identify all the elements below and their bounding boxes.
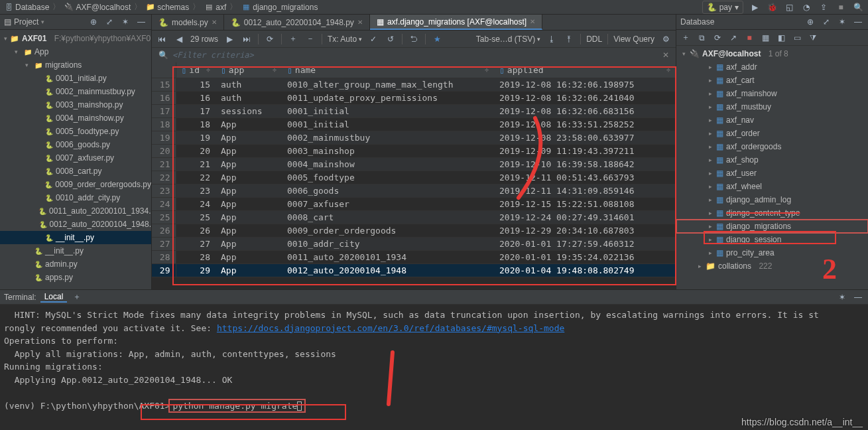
remove-row-button[interactable]: － (304, 33, 316, 45)
table-row[interactable]: 1616auth0011_update_proxy_permissions201… (152, 92, 676, 105)
column-header[interactable]: applied (507, 65, 544, 75)
tree-item[interactable]: 🐍__init__.py (0, 244, 151, 257)
database-tree[interactable]: ▾🔌AXF@localhost 1 of 8 ▸▦axf_addr▸▦axf_c… (676, 46, 868, 289)
commit-button[interactable]: ✓ (367, 33, 379, 45)
cell-applied[interactable]: 2019-12-11 00:51:43.663793 (494, 171, 676, 184)
cell-name[interactable]: 0011_auto_20200101_1934 (282, 251, 494, 264)
cell-name[interactable]: 0001_initial (282, 105, 494, 118)
cell-id[interactable]: 23 (176, 184, 216, 198)
ddl-button[interactable]: DDL (586, 35, 602, 44)
db-table-item[interactable]: ▸▦axf_addr (676, 60, 868, 74)
rollback-button[interactable]: ↺ (385, 33, 397, 45)
cell-applied[interactable]: 2019-12-08 16:32:06.198975 (494, 78, 676, 92)
db-connection[interactable]: ▾🔌AXF@localhost 1 of 8 (676, 47, 868, 60)
terminal-hide-button[interactable]: — (852, 291, 864, 303)
cell-applied[interactable]: 2019-12-08 23:58:00.633977 (494, 131, 676, 145)
cell-applied[interactable]: 2020-01-01 17:27:59.460312 (494, 238, 676, 251)
cell-app[interactable]: App (216, 118, 282, 131)
tree-item[interactable]: 🐍0010_addr_city.py (0, 191, 151, 204)
cell-applied[interactable]: 2019-12-08 16:33:51.258252 (494, 118, 676, 131)
add-row-button[interactable]: ＋ (287, 33, 299, 45)
coverage-button[interactable]: ◱ (783, 1, 795, 13)
cell-applied[interactable]: 2020-01-04 19:48:08.802749 (494, 264, 676, 277)
cell-applied[interactable]: 2019-12-11 14:31:09.859146 (494, 184, 676, 198)
cell-app[interactable]: App (216, 145, 282, 158)
cell-name[interactable]: 0012_auto_20200104_1948 (282, 264, 494, 277)
settings-button[interactable]: ✶ (836, 16, 848, 28)
cell-id[interactable]: 16 (176, 92, 216, 105)
cell-name[interactable]: 0004_mainshow (282, 158, 494, 171)
cell-id[interactable]: 25 (176, 211, 216, 224)
db-table-item[interactable]: ▸▦pro_city_area (676, 246, 868, 259)
sort-icon[interactable]: ÷ (485, 66, 489, 74)
cell-id[interactable]: 29 (176, 264, 216, 277)
crumb-table[interactable]: ▦django_migrations (241, 3, 318, 12)
cell-app[interactable]: App (216, 171, 282, 184)
cell-id[interactable]: 27 (176, 238, 216, 251)
collapse-button[interactable]: ✶ (119, 16, 131, 28)
cell-name[interactable]: 0003_mainshop (282, 145, 494, 158)
locate-button[interactable]: ⊕ (804, 16, 816, 28)
db-collations[interactable]: ▸📁collations 222 (676, 259, 868, 273)
table-row[interactable]: 2424App0007_axfuser2019-12-15 15:22:51.0… (152, 198, 676, 211)
db-table-item[interactable]: ▸▦axf_ordergoods (676, 140, 868, 153)
expand-button[interactable]: ⤢ (103, 16, 115, 28)
db-table-item[interactable]: ▸▦axf_wheel (676, 180, 868, 193)
db-table-item[interactable]: ▸▦axf_order (676, 127, 868, 140)
tree-item[interactable]: 🐍0008_cart.py (0, 165, 151, 178)
cell-app[interactable]: App (216, 251, 282, 264)
cell-app[interactable]: App (216, 131, 282, 145)
table-row[interactable]: 1717sessions0001_initial2019-12-08 16:32… (152, 105, 676, 118)
cell-name[interactable]: 0006_goods (282, 184, 494, 198)
cell-app[interactable]: App (216, 198, 282, 211)
cell-applied[interactable]: 2019-12-08 16:32:06.683156 (494, 105, 676, 118)
filter-button[interactable]: ⧩ (808, 33, 818, 43)
cell-app[interactable]: App (216, 238, 282, 251)
project-tree[interactable]: ▾📁AXF01 F:¥python¥yhpython¥AXF01 ▾📁App▾📁… (0, 30, 151, 289)
cell-app[interactable]: auth (216, 92, 282, 105)
db-table-item[interactable]: ▸▦django_session (676, 233, 868, 246)
db-table-item[interactable]: ▸▦axf_nav (676, 113, 868, 127)
tree-item[interactable]: 🐍0002_mainmustbuy.py (0, 85, 151, 98)
close-icon[interactable]: ✕ (212, 19, 217, 26)
db-table-item[interactable]: ▸▦axf_cart (676, 74, 868, 87)
terminal-output[interactable]: HINT: MySQL's Strict Mode fixes many dat… (0, 305, 868, 430)
cell-name[interactable]: 0009_order_ordergoods (282, 224, 494, 238)
editor-tab[interactable]: 🐍0012_auto_20200104_1948.py✕ (224, 15, 370, 30)
cell-applied[interactable]: 2020-01-01 19:35:24.022136 (494, 251, 676, 264)
column-header[interactable]: id (189, 65, 200, 75)
cell-id[interactable]: 28 (176, 251, 216, 264)
export-button[interactable]: ⭳ (546, 33, 558, 45)
cell-applied[interactable]: 2019-12-09 11:19:43.397211 (494, 145, 676, 158)
tree-item[interactable]: 🐍0011_auto_20200101_1934.p (0, 204, 151, 218)
settings-button[interactable]: ⚙ (660, 33, 672, 45)
cell-id[interactable]: 22 (176, 171, 216, 184)
cell-app[interactable]: App (216, 211, 282, 224)
cell-name[interactable]: 0008_cart (282, 211, 494, 224)
revert-button[interactable]: ⮌ (408, 33, 420, 45)
expand-button[interactable]: ⤢ (820, 16, 832, 28)
run-config-selector[interactable]: 🐍pay▾ (702, 1, 743, 14)
table-row[interactable]: 1919App0002_mainmustbuy2019-12-08 23:58:… (152, 131, 676, 145)
tree-item[interactable]: ▾📁migrations (0, 58, 151, 72)
db-table-item[interactable]: ▸▦axf_mainshow (676, 87, 868, 100)
tree-item[interactable]: 🐍0012_auto_20200104_1948. (0, 218, 151, 231)
sort-icon[interactable]: ÷ (666, 66, 670, 74)
sort-icon[interactable]: ÷ (206, 66, 210, 74)
docs-link[interactable]: https://docs.djangoproject.com/en/3.0/re… (217, 323, 564, 333)
editor-tab[interactable]: 🐍models.py✕ (152, 15, 224, 30)
filter-row[interactable]: 🔍 <Filter criteria> ✕ (152, 48, 676, 62)
stop-button[interactable]: ■ (835, 1, 847, 13)
cell-name[interactable]: 0010_addr_city (282, 238, 494, 251)
tree-item[interactable]: ▾📁App (0, 45, 151, 58)
table-row[interactable]: 2626App0009_order_ordergoods2019-12-29 2… (152, 224, 676, 238)
table-row[interactable]: 2727App0010_addr_city2020-01-01 17:27:59… (152, 238, 676, 251)
cell-id[interactable]: 26 (176, 224, 216, 238)
diagram-button[interactable]: ◧ (776, 33, 786, 43)
editor-tab[interactable]: ▦axf.django_migrations [AXF@localhost]✕ (370, 15, 542, 30)
clear-filter-button[interactable]: ✕ (662, 50, 669, 60)
close-icon[interactable]: ✕ (530, 18, 535, 25)
reload-button[interactable]: ⟳ (264, 33, 276, 45)
db-table-item[interactable]: ▸▦django_content_type (676, 206, 868, 220)
column-header[interactable]: name (295, 65, 316, 75)
